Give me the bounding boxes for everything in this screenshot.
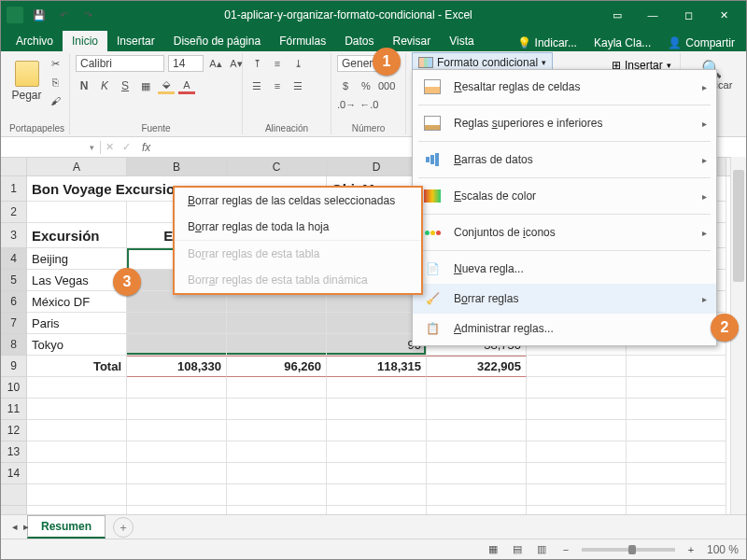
accounting-icon[interactable]: $ xyxy=(337,77,354,94)
menu-clear-rules[interactable]: 🧹Borrar reglas▸ xyxy=(413,284,716,314)
row-5[interactable]: 5 xyxy=(1,270,27,291)
tab-formulas[interactable]: Fórmulas xyxy=(270,31,335,51)
menu-data-bars[interactable]: Barras de datos▸ xyxy=(413,145,716,175)
row-3[interactable]: 3 xyxy=(1,223,27,248)
row-7[interactable]: 7 xyxy=(1,313,27,334)
tab-vista[interactable]: Vista xyxy=(440,31,483,51)
format-painter-icon[interactable]: 🖌 xyxy=(47,92,63,109)
cut-icon[interactable]: ✂ xyxy=(47,55,63,72)
zoom-slider[interactable] xyxy=(582,548,675,552)
maximize-button[interactable]: ◻ xyxy=(671,5,705,25)
align-right-icon[interactable]: ☰ xyxy=(289,77,306,94)
row-12[interactable]: 12 xyxy=(1,420,27,441)
row-14[interactable]: 14 xyxy=(1,463,27,484)
font-size-combo[interactable] xyxy=(168,55,204,72)
align-bottom-icon[interactable]: ⤓ xyxy=(289,55,306,72)
share-button[interactable]: 👤 Compartir xyxy=(662,35,740,51)
enter-formula-icon[interactable]: ✓ xyxy=(118,139,134,156)
close-button[interactable]: ✕ xyxy=(707,5,740,25)
conditional-formatting-menu: RResaltar reglas de celdasesaltar reglas… xyxy=(412,69,717,346)
menu-highlight-cells-rules[interactable]: RResaltar reglas de celdasesaltar reglas… xyxy=(413,72,716,102)
menu-manage-rules[interactable]: 📋Administrar reglas... xyxy=(413,314,716,343)
zoom-level[interactable]: 100 % xyxy=(707,543,739,556)
tab-inicio[interactable]: Inicio xyxy=(63,31,107,51)
name-box[interactable]: ▾ xyxy=(1,141,101,154)
decrease-decimal-icon[interactable]: ←.0 xyxy=(359,96,378,113)
menu-icon-sets[interactable]: Conjuntos de iconos▸ xyxy=(413,217,716,247)
cancel-formula-icon[interactable]: ✕ xyxy=(101,139,118,156)
col-C[interactable]: C xyxy=(227,158,327,175)
save-icon[interactable]: 💾 xyxy=(31,7,48,23)
clear-rules-selected-cells[interactable]: Borrar reglas de las celdas seleccionada… xyxy=(175,188,421,214)
view-normal-icon[interactable]: ▦ xyxy=(485,541,501,558)
view-page-break-icon[interactable]: ▥ xyxy=(533,541,550,558)
font-name-combo[interactable] xyxy=(76,55,164,72)
menu-top-bottom-rules[interactable]: Reglas superiores e inferiores▸ xyxy=(413,108,716,138)
copy-icon[interactable]: ⎘ xyxy=(47,74,63,91)
cell-D9[interactable]: 118,315 xyxy=(327,356,427,377)
sheet-tab-resumen[interactable]: Resumen xyxy=(27,515,106,539)
cell-C9[interactable]: 96,260 xyxy=(227,356,327,377)
minimize-button[interactable]: ― xyxy=(636,5,669,25)
percent-icon[interactable]: % xyxy=(358,77,374,94)
row-8[interactable]: 8 xyxy=(1,334,27,356)
paste-button[interactable]: Pegar xyxy=(10,55,43,107)
new-sheet-button[interactable]: ＋ xyxy=(113,517,134,538)
cell-A8[interactable]: Tokyo xyxy=(27,334,127,356)
scrollbar-thumb[interactable] xyxy=(733,170,744,282)
align-center-icon[interactable]: ≡ xyxy=(269,77,286,94)
increase-decimal-icon[interactable]: .0→ xyxy=(337,96,356,113)
align-top-icon[interactable]: ⤒ xyxy=(248,55,265,72)
row-6[interactable]: 6 xyxy=(1,291,27,313)
col-B[interactable]: B xyxy=(127,158,227,175)
fx-icon[interactable]: fx xyxy=(134,141,158,154)
cell-E9[interactable]: 322,905 xyxy=(427,356,527,377)
row-4[interactable]: 4 xyxy=(1,248,27,270)
grow-font-icon[interactable]: A▴ xyxy=(207,55,224,72)
ribbon-options-icon[interactable]: ▭ xyxy=(600,5,634,25)
row-10[interactable]: 10 xyxy=(1,377,27,399)
cell-A4[interactable]: Beijing xyxy=(27,248,127,270)
cell-A7[interactable]: Paris xyxy=(27,313,127,334)
menu-new-rule[interactable]: 📄Nueva regla... xyxy=(413,254,716,284)
cell-A6[interactable]: México DF xyxy=(27,291,127,313)
clear-rules-this-table: Borrar reglas de esta tabla xyxy=(175,241,421,267)
row-11[interactable]: 11 xyxy=(1,399,27,420)
col-A[interactable]: A xyxy=(27,158,127,175)
account-user[interactable]: Kayla Cla... xyxy=(588,35,656,51)
view-page-layout-icon[interactable]: ▤ xyxy=(509,541,526,558)
cell-A5[interactable]: Las Vegas xyxy=(27,270,127,291)
group-alignment: Alineación xyxy=(243,123,331,133)
font-color-icon[interactable]: A xyxy=(178,77,195,94)
zoom-out-icon[interactable]: − xyxy=(557,541,574,558)
tab-datos[interactable]: Datos xyxy=(335,31,383,51)
conditional-formatting-label: Formato condicional xyxy=(437,56,538,69)
select-all-corner[interactable] xyxy=(1,158,27,175)
tab-insertar[interactable]: Insertar xyxy=(107,31,164,51)
borders-icon[interactable]: ▦ xyxy=(137,77,154,94)
row-13[interactable]: 13 xyxy=(1,441,27,463)
cell-A9[interactable]: Total xyxy=(27,356,127,377)
menu-color-scales[interactable]: Escalas de color▸ xyxy=(413,181,716,211)
underline-icon[interactable]: S xyxy=(117,77,134,94)
clear-rules-this-pivot: Borrar reglas de esta tabla dinámica xyxy=(175,267,421,293)
sheet-nav-next-icon[interactable]: ▸ xyxy=(18,519,35,536)
cell-A3[interactable]: Excursión xyxy=(27,223,127,248)
tell-me[interactable]: 💡 Indicar... xyxy=(512,35,583,51)
cell-B9[interactable]: 108,330 xyxy=(127,356,227,377)
align-left-icon[interactable]: ☰ xyxy=(248,77,265,94)
redo-icon[interactable]: ↷ xyxy=(79,7,96,23)
row-9[interactable]: 9 xyxy=(1,356,27,377)
bold-icon[interactable]: N xyxy=(76,77,92,94)
row-1[interactable]: 1 xyxy=(1,176,27,202)
comma-icon[interactable]: 000 xyxy=(378,77,395,94)
undo-icon[interactable]: ↶ xyxy=(55,7,72,23)
tab-diseno[interactable]: Diseño de página xyxy=(164,31,270,51)
zoom-in-icon[interactable]: + xyxy=(683,541,699,558)
italic-icon[interactable]: K xyxy=(96,77,113,94)
clear-rules-entire-sheet[interactable]: Borrar reglas de toda la hoja xyxy=(175,214,421,240)
fill-color-icon[interactable]: ⬙ xyxy=(158,77,175,94)
tab-archivo[interactable]: Archivo xyxy=(7,31,63,51)
align-middle-icon[interactable]: ≡ xyxy=(269,55,286,72)
row-2[interactable]: 2 xyxy=(1,202,27,223)
